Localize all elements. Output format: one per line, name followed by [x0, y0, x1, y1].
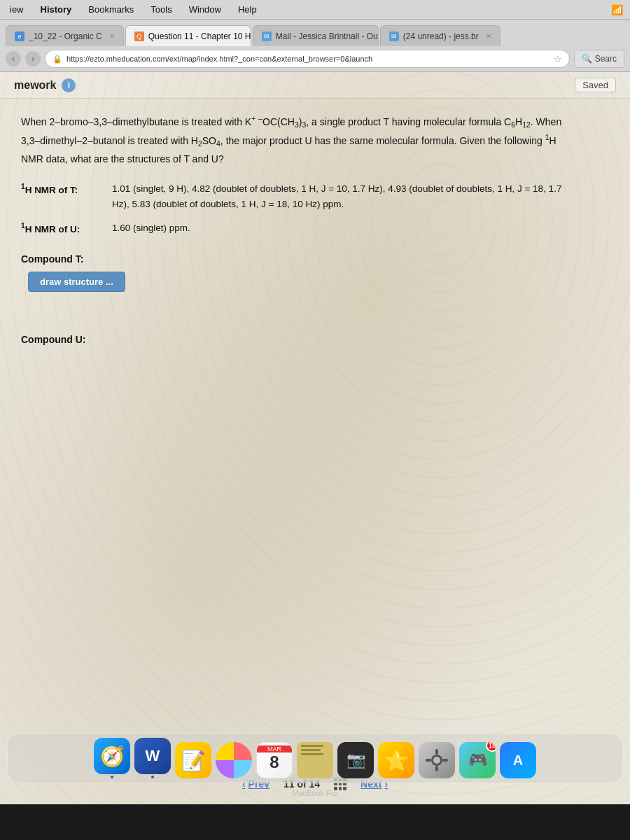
macbook-label: MacBook Pro	[292, 789, 338, 797]
tab-label-homework: Question 11 - Chapter 10 Homework	[148, 31, 251, 41]
menu-bookmarks[interactable]: Bookmarks	[85, 3, 136, 16]
tab-organic[interactable]: e _10_22 - Organic C ✕	[6, 25, 124, 46]
stickies-icon	[297, 742, 333, 778]
safari-icon: 🧭	[94, 738, 130, 774]
dock-item-appstore[interactable]: A	[500, 742, 536, 778]
tab-favicon-organic: e	[15, 31, 24, 41]
dock-area: 🧭 W 📝 MAR 8	[0, 734, 630, 804]
compound-t-label: Compound T:	[21, 253, 574, 265]
tab-label-unread: (24 unread) - jess.br	[403, 31, 479, 41]
tab-close-unread[interactable]: ✕	[486, 32, 491, 40]
nmr-u-section: 1H NMR of U: 1.60 (singlet) ppm.	[21, 220, 574, 237]
homework-title-area: mework i	[14, 78, 76, 92]
badge-app-icon: 🎮 18	[459, 742, 496, 778]
compound-u-label: Compound U:	[21, 334, 574, 345]
tab-unread[interactable]: ✉ (24 unread) - jess.br ✕	[380, 25, 500, 46]
search-button[interactable]: 🔍 Searc	[574, 50, 624, 68]
dock-item-calendar[interactable]: MAR 8	[256, 742, 293, 778]
app-store-icon: A	[500, 742, 536, 778]
nmr-u-label: 1H NMR of U:	[21, 220, 105, 237]
homework-title: mework	[14, 79, 56, 92]
saved-badge: Saved	[575, 78, 616, 92]
compound-t-section: Compound T: draw structure ...	[21, 253, 574, 292]
dock-item-safari[interactable]: 🧭	[94, 738, 130, 778]
dock-item-facetime[interactable]: 📷	[337, 742, 374, 778]
address-bar-row: ‹ › 🔒 https://ezto.mheducation.com/ext/m…	[0, 46, 630, 71]
word-icon: W	[134, 738, 171, 774]
draw-structure-t-button[interactable]: draw structure ...	[28, 272, 125, 292]
menu-tools[interactable]: Tools	[148, 3, 174, 16]
svg-rect-4	[426, 759, 431, 762]
tab-label-mail: Mail - Jessica Brintnall - OutlookX	[276, 31, 379, 41]
dock-item-notes[interactable]: 📝	[175, 742, 211, 778]
menu-iew[interactable]: iew	[7, 3, 27, 16]
nmr-t-data: 1.01 (singlet, 9 H), 4.82 (doublet of do…	[112, 181, 574, 211]
safari-dot	[111, 776, 113, 778]
menu-window[interactable]: Window	[186, 3, 224, 16]
dock-item-word[interactable]: W	[134, 738, 171, 778]
homework-header: mework i Saved	[0, 72, 630, 99]
menu-history[interactable]: History	[38, 3, 75, 16]
tab-close-organic[interactable]: ✕	[109, 32, 115, 40]
browser-chrome: e _10_22 - Organic C ✕ Q Question 11 - C…	[0, 20, 630, 72]
gear-svg	[424, 748, 449, 773]
word-dot	[151, 776, 154, 778]
pinwheel-icon	[216, 742, 252, 778]
notes-icon: 📝	[175, 742, 211, 778]
svg-rect-5	[442, 759, 448, 762]
svg-rect-2	[435, 749, 438, 755]
compound-u-section: Compound U:	[21, 334, 574, 345]
url-text: https://ezto.mheducation.com/ext/map/ind…	[66, 55, 550, 63]
tab-label-organic: _10_22 - Organic C	[29, 31, 102, 41]
tab-favicon-homework: Q	[134, 31, 144, 41]
address-field[interactable]: 🔒 https://ezto.mheducation.com/ext/map/i…	[45, 50, 570, 68]
menu-bar: iew History Bookmarks Tools Window Help …	[0, 0, 630, 20]
search-icon: 🔍	[582, 54, 592, 64]
system-preferences-icon	[419, 742, 455, 778]
dock-item-pinwheel[interactable]	[216, 742, 252, 778]
question-content: When 2–bromo–3,3–dimethylbutane is treat…	[0, 99, 595, 366]
search-label: Searc	[595, 54, 617, 64]
info-icon[interactable]: i	[62, 78, 76, 92]
dock: 🧭 W 📝 MAR 8	[7, 733, 623, 783]
dock-item-stickies[interactable]	[297, 742, 333, 778]
tab-favicon-mail: ✉	[262, 31, 272, 41]
tab-homework[interactable]: Q Question 11 - Chapter 10 Homework ✕	[125, 25, 251, 46]
dock-item-system[interactable]	[419, 742, 455, 778]
tab-bar: e _10_22 - Organic C ✕ Q Question 11 - C…	[0, 20, 630, 46]
nmr-u-data: 1.60 (singlet) ppm.	[112, 220, 574, 237]
tab-favicon-unread: ✉	[389, 31, 399, 41]
svg-rect-3	[435, 766, 438, 771]
svg-point-1	[433, 757, 440, 764]
tab-mail[interactable]: ✉ Mail - Jessica Brintnall - OutlookX ✕	[253, 25, 379, 46]
nmr-t-section: 1H NMR of T: 1.01 (singlet, 9 H), 4.82 (…	[21, 181, 574, 211]
back-button[interactable]: ‹	[6, 51, 21, 66]
main-content: mework i Saved When 2–bromo–3,3–dimethyl…	[0, 72, 630, 804]
app-badge: 18	[486, 742, 496, 752]
menu-help[interactable]: Help	[235, 3, 260, 16]
facetime-icon: 📷	[337, 742, 374, 778]
dock-item-badge-app[interactable]: 🎮 18	[459, 742, 496, 778]
wifi-icon: 📶	[611, 4, 623, 15]
bookmark-star-icon[interactable]: ☆	[554, 54, 562, 64]
question-body: When 2–bromo–3,3–dimethylbutane is treat…	[21, 113, 574, 167]
lock-icon: 🔒	[52, 55, 62, 64]
calendar-icon: MAR 8	[256, 742, 293, 778]
nmr-t-label: 1H NMR of T:	[21, 181, 105, 211]
star-icon: ⭐	[378, 742, 414, 778]
dock-item-star[interactable]: ⭐	[378, 742, 414, 778]
forward-button[interactable]: ›	[25, 51, 41, 66]
